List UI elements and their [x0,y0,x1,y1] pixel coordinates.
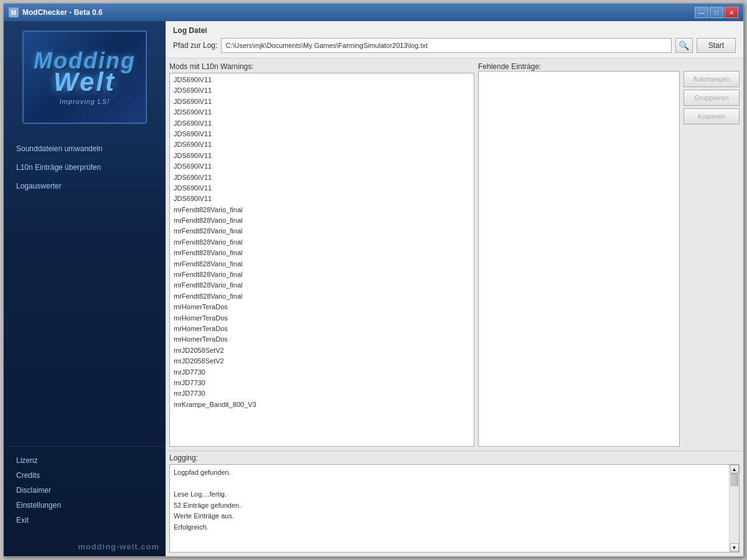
list-item: JDS690iV11 [172,161,471,172]
sidebar-item-lizenz[interactable]: Lizenz [4,453,166,468]
automergen-button[interactable]: Automergen [684,71,740,87]
list-item: JDS690iV11 [172,129,471,139]
log-path-row: Pfad zur Log: 🔍 Start [173,38,736,53]
start-button[interactable]: Start [697,38,736,53]
list-item: JDS690iV11 [172,96,471,107]
list-item: JDS690iV11 [172,85,471,96]
fehlende-list-container [478,71,680,447]
list-item: JDS690iV11 [172,107,471,118]
mods-panel: Mods mit L10n Warnings: JDS690iV11JDS690… [169,62,474,447]
list-item: mrJD7730 [172,367,471,378]
list-item: JDS690iV11 [172,194,471,204]
logging-label: Logging: [169,454,740,462]
logging-text: Logpfad gefunden. Lese Log....fertig.52 … [170,465,739,536]
list-item: mrFendt828Vario_final [172,215,471,226]
mods-list-container: JDS690iV11JDS690iV11JDS690iV11JDS690iV11… [169,73,474,447]
window-controls: — □ ✕ [695,7,738,18]
logo-subtitle: Improving LS! [60,98,110,105]
list-item: mrJD7730 [172,388,471,399]
logo-text-welt: Welt [54,69,116,95]
logging-container: Logpfad gefunden. Lese Log....fertig.52 … [169,464,740,553]
gruppieren-button[interactable]: Gruppieren [684,90,740,106]
kopieren-button[interactable]: Kopieren [684,108,740,124]
log-line [174,478,735,490]
logging-section: Logging: Logpfad gefunden. Lese Log....f… [166,450,743,556]
log-line: Werte Einträge aus. [174,511,735,522]
main-layout: Modding Welt Improving LS! Sounddateien … [4,21,743,556]
log-path-input[interactable] [221,38,671,53]
log-line: 52 Einträge gefunden. [174,500,735,511]
sidebar-item-sounddateien[interactable]: Sounddateien umwandeln [4,139,166,158]
list-item: mrFendt828Vario_final [172,259,471,269]
list-item: mrHomerTeraDos [172,334,471,345]
sidebar-item-einstellungen[interactable]: Einstellungen [4,498,166,513]
sidebar-nav: Sounddateien umwandeln L10n Einträge übe… [4,133,166,446]
log-path-label: Pfad zur Log: [173,41,217,50]
list-item: mrHomerTeraDos [172,313,471,324]
search-icon: 🔍 [679,40,689,50]
log-line: Logpfad gefunden. [174,467,735,478]
app-icon: M [9,7,19,17]
watermark: modding-welt.com [4,537,166,556]
list-item: JDS690iV11 [172,172,471,183]
content-area: Log Datei Pfad zur Log: 🔍 Start Mods mit… [166,21,743,556]
list-item: JDS690iV11 [172,139,471,150]
main-window: M ModChecker - Beta 0.6 — □ ✕ Modding We… [3,3,744,557]
scroll-thumb[interactable] [731,474,738,486]
scroll-down-arrow[interactable]: ▼ [730,543,739,552]
maximize-button[interactable]: □ [710,7,723,18]
fehlende-buttons: Automergen Gruppieren Kopieren [684,71,740,447]
list-item: mrFendt828Vario_final [172,291,471,302]
list-item: JDS690iV11 [172,75,471,85]
log-datei-label: Log Datei [173,26,736,35]
list-item: mrKrampe_Bandit_800_V3 [172,399,471,410]
list-item: mrFendt828Vario_final [172,269,471,280]
minimize-button[interactable]: — [695,7,708,18]
sidebar-item-logauswerter[interactable]: Logauswerter [4,177,166,195]
middle-section: Mods mit L10n Warnings: JDS690iV11JDS690… [166,58,743,450]
list-item: mrHomerTeraDos [172,302,471,312]
list-item: mrFendt828Vario_final [172,205,471,215]
title-bar: M ModChecker - Beta 0.6 — □ ✕ [4,4,743,21]
logging-scrollbar: ▲ ▼ [729,465,739,552]
fehlende-label: Fehlende Einträge: [478,62,740,71]
list-item: mrHomerTeraDos [172,324,471,334]
sidebar-item-l10n[interactable]: L10n Einträge überprüfen [4,158,166,177]
log-search-button[interactable]: 🔍 [675,38,693,53]
list-item: JDS690iV11 [172,183,471,194]
sidebar-item-disclaimer[interactable]: Disclaimer [4,483,166,498]
list-item: mrJD7730 [172,378,471,388]
log-line: Erfolgreich. [174,522,735,533]
list-item: mrFendt828Vario_final [172,280,471,291]
window-title: ModChecker - Beta 0.6 [22,8,695,17]
close-button[interactable]: ✕ [725,7,738,18]
log-datei-section: Log Datei Pfad zur Log: 🔍 Start [166,21,743,58]
list-item: mrFendt828Vario_final [172,226,471,236]
fehlende-section: Fehlende Einträge: Automergen Gruppieren… [478,62,740,447]
sidebar-item-exit[interactable]: Exit [4,513,166,528]
scroll-track [730,474,739,543]
list-item: mrJD2058SetV2 [172,356,471,366]
sidebar-bottom: Lizenz Credits Disclaimer Einstellungen … [4,446,166,537]
sidebar-item-credits[interactable]: Credits [4,468,166,483]
logo-box: Modding Welt Improving LS! [22,30,147,124]
log-line: Lese Log....fertig. [174,489,735,500]
list-item: mrFendt828Vario_final [172,248,471,258]
list-item: JDS690iV11 [172,118,471,129]
mods-list[interactable]: JDS690iV11JDS690iV11JDS690iV11JDS690iV11… [170,73,474,446]
list-item: JDS690iV11 [172,151,471,161]
scroll-up-arrow[interactable]: ▲ [730,465,739,474]
logo-area: Modding Welt Improving LS! [4,21,166,133]
list-item: mrFendt828Vario_final [172,237,471,248]
fehlende-content: Automergen Gruppieren Kopieren [478,71,740,447]
mods-panel-label: Mods mit L10n Warnings: [169,62,474,71]
list-item: mrJD2058SetV2 [172,345,471,356]
sidebar: Modding Welt Improving LS! Sounddateien … [4,21,166,556]
